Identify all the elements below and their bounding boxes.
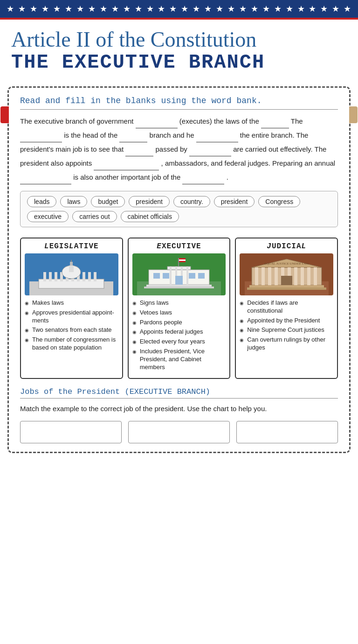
blank-2[interactable] bbox=[261, 120, 289, 128]
svg-rect-11 bbox=[88, 272, 91, 281]
word-chip-carries-out[interactable]: carries out bbox=[72, 211, 117, 222]
svg-rect-15 bbox=[70, 262, 73, 266]
star-icon: ★ bbox=[193, 4, 200, 14]
bottom-box-3 bbox=[236, 421, 338, 443]
fill-paragraph: The executive branch of government (exec… bbox=[20, 114, 338, 184]
fill-instruction: Read and fill in the blanks using the wo… bbox=[20, 96, 338, 105]
blank-1[interactable] bbox=[136, 120, 178, 128]
svg-rect-52 bbox=[281, 276, 292, 285]
list-item: Nine Supreme Court justices bbox=[240, 326, 333, 334]
judicial-card: JUDICIAL bbox=[235, 238, 338, 379]
list-item: Appointed by the President bbox=[240, 317, 333, 325]
star-icon: ★ bbox=[30, 4, 37, 14]
star-icon: ★ bbox=[53, 4, 61, 14]
blank-4[interactable] bbox=[119, 134, 147, 142]
right-tab bbox=[349, 106, 358, 123]
branch-title: THE EXECUTIVE BRANCH bbox=[11, 52, 347, 73]
star-icon: ★ bbox=[88, 4, 96, 14]
left-tab bbox=[0, 106, 9, 123]
branches-row: LEGISLATIVE bbox=[20, 238, 338, 379]
list-item: Decides if laws are constitutional bbox=[240, 299, 333, 315]
svg-rect-34 bbox=[146, 285, 212, 287]
executive-list: Signs laws Vetoes laws Pardons people Ap… bbox=[132, 299, 226, 371]
svg-rect-48 bbox=[307, 267, 310, 285]
blank-5[interactable] bbox=[196, 134, 238, 142]
svg-rect-29 bbox=[153, 273, 160, 279]
jobs-divider bbox=[20, 398, 338, 399]
blank-6[interactable] bbox=[125, 148, 153, 156]
svg-rect-12 bbox=[94, 272, 96, 281]
list-item: Signs laws bbox=[132, 299, 226, 307]
svg-rect-50 bbox=[249, 285, 324, 287]
blank-7[interactable] bbox=[189, 148, 231, 156]
svg-rect-10 bbox=[83, 272, 85, 281]
main-content-box: Read and fill in the blanks using the wo… bbox=[7, 86, 351, 453]
word-chip-budget[interactable]: budget bbox=[91, 196, 125, 207]
legislative-title: LEGISLATIVE bbox=[25, 242, 118, 251]
star-icon: ★ bbox=[100, 4, 107, 14]
star-icon: ★ bbox=[320, 4, 328, 14]
star-icon: ★ bbox=[216, 4, 223, 14]
judicial-title: JUDICIAL bbox=[240, 242, 333, 251]
blank-8[interactable] bbox=[94, 162, 159, 170]
list-item: Appoints federal judges bbox=[132, 328, 226, 336]
svg-rect-14 bbox=[69, 266, 74, 272]
list-item: Two senators from each state bbox=[25, 326, 118, 334]
svg-rect-27 bbox=[179, 259, 186, 261]
word-chip-country[interactable]: country. bbox=[173, 196, 210, 207]
word-chip-cabinet-officials[interactable]: cabinet officials bbox=[121, 211, 179, 222]
judicial-image: EQUAL JUSTICE UNDER LAW bbox=[240, 253, 333, 295]
star-icon: ★ bbox=[65, 4, 72, 14]
svg-rect-42 bbox=[268, 267, 271, 285]
title-area: Article II of the Constitution THE EXECU… bbox=[0, 20, 358, 78]
word-chip-congress[interactable]: Congress bbox=[258, 196, 300, 207]
word-chip-president2[interactable]: president bbox=[214, 196, 255, 207]
word-bank: leads laws budget president country. pre… bbox=[20, 191, 338, 227]
svg-rect-3 bbox=[43, 272, 46, 281]
blank-9[interactable] bbox=[20, 176, 71, 184]
svg-rect-5 bbox=[55, 272, 57, 281]
article-title: Article II of the Constitution bbox=[11, 28, 347, 52]
supremecourt-svg: EQUAL JUSTICE UNDER LAW bbox=[245, 253, 329, 295]
star-icon: ★ bbox=[123, 4, 131, 14]
executive-image bbox=[132, 253, 226, 295]
list-item: Can overturn rulings by other judges bbox=[240, 336, 333, 352]
svg-rect-51 bbox=[247, 287, 326, 290]
svg-rect-24 bbox=[186, 266, 188, 285]
blank-10[interactable] bbox=[182, 176, 224, 184]
list-item: Makes laws bbox=[25, 299, 118, 307]
capitol-svg bbox=[29, 253, 113, 295]
svg-rect-40 bbox=[255, 267, 258, 285]
whitehouse-svg bbox=[137, 253, 221, 295]
svg-rect-4 bbox=[49, 272, 52, 281]
word-chip-laws[interactable]: laws bbox=[60, 196, 87, 207]
svg-rect-25 bbox=[178, 258, 179, 266]
star-icon: ★ bbox=[274, 4, 282, 14]
svg-rect-49 bbox=[314, 267, 317, 285]
list-item: The number of congressmen is based on st… bbox=[25, 336, 118, 352]
svg-rect-32 bbox=[198, 273, 205, 279]
section-divider bbox=[20, 109, 338, 110]
blank-3[interactable] bbox=[20, 134, 62, 142]
svg-rect-41 bbox=[262, 267, 265, 285]
bottom-box-2 bbox=[128, 421, 230, 443]
star-icon: ★ bbox=[262, 4, 270, 14]
legislative-card: LEGISLATIVE bbox=[20, 238, 123, 379]
list-item: Pardons people bbox=[132, 319, 226, 327]
legislative-list: Makes laws Approves presidential appoint… bbox=[25, 299, 118, 352]
star-icon: ★ bbox=[7, 4, 14, 14]
list-item: Elected every four years bbox=[132, 338, 226, 346]
star-icon: ★ bbox=[297, 4, 305, 14]
star-icon: ★ bbox=[41, 4, 49, 14]
star-icon: ★ bbox=[239, 4, 247, 14]
bottom-box-1 bbox=[20, 421, 122, 443]
word-chip-president1[interactable]: president bbox=[129, 196, 170, 207]
svg-rect-35 bbox=[144, 287, 214, 288]
jobs-section-title: Jobs of the President (EXECUTIVE BRANCH) bbox=[20, 387, 338, 396]
svg-rect-46 bbox=[294, 267, 297, 285]
star-icon: ★ bbox=[158, 4, 165, 14]
svg-rect-31 bbox=[189, 273, 195, 279]
jobs-description: Match the example to the correct job of … bbox=[20, 403, 338, 414]
word-chip-leads[interactable]: leads bbox=[27, 196, 56, 207]
word-chip-executive[interactable]: executive bbox=[27, 211, 69, 222]
